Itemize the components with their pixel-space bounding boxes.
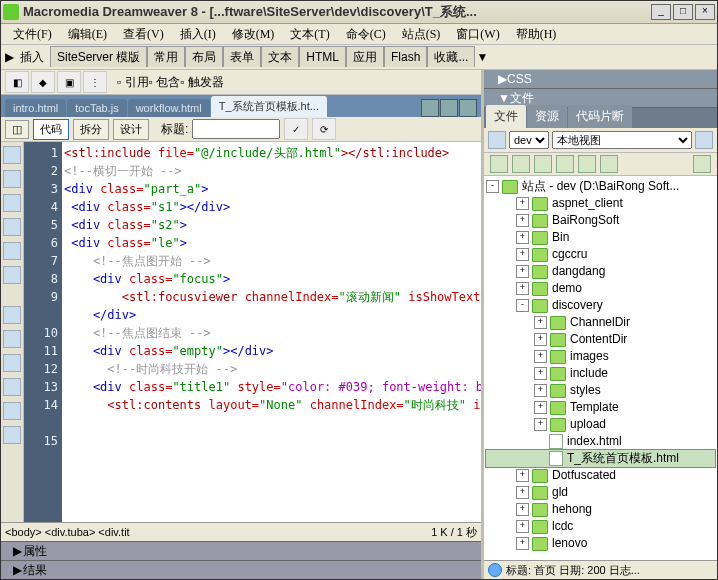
tree-folder[interactable]: -discovery: [486, 297, 715, 314]
checkout-icon[interactable]: [578, 155, 596, 173]
tree-folder[interactable]: +lcdc: [486, 518, 715, 535]
tree-folder[interactable]: +gld: [486, 484, 715, 501]
code-tool-icon[interactable]: [3, 378, 21, 396]
menu-item[interactable]: 窗口(W): [448, 24, 507, 45]
view-design-button[interactable]: 设计: [113, 119, 149, 140]
tool-icon[interactable]: ⋮: [83, 71, 107, 93]
tree-folder[interactable]: +demo: [486, 280, 715, 297]
tab-nav-button[interactable]: [440, 99, 458, 117]
title-label: 标题:: [161, 121, 188, 138]
expand-icon[interactable]: [693, 155, 711, 173]
menu-item[interactable]: 站点(S): [394, 24, 449, 45]
code-tool-icon[interactable]: [3, 194, 21, 212]
tree-folder[interactable]: +hehong: [486, 501, 715, 518]
menu-item[interactable]: 文本(T): [282, 24, 337, 45]
code-tool-icon[interactable]: [3, 426, 21, 444]
tag-path[interactable]: <body> <div.tuba> <div.tit: [5, 526, 130, 538]
connect-icon[interactable]: [490, 155, 508, 173]
refresh-icon[interactable]: [512, 155, 530, 173]
tab-nav-button[interactable]: [421, 99, 439, 117]
properties-panel-header[interactable]: ▶ 属性: [1, 541, 481, 560]
insert-tab[interactable]: 表单: [223, 46, 261, 67]
insert-tab[interactable]: 文本: [261, 46, 299, 67]
insert-tab[interactable]: 常用: [147, 46, 185, 67]
checkin-icon[interactable]: [600, 155, 618, 173]
files-tab[interactable]: 代码片断: [568, 105, 632, 128]
menu-item[interactable]: 文件(F): [5, 24, 60, 45]
tree-folder[interactable]: +images: [486, 348, 715, 365]
line-gutter: 123456789 1011121314 15: [24, 142, 62, 522]
menu-item[interactable]: 插入(I): [172, 24, 224, 45]
insert-tab[interactable]: HTML: [299, 46, 346, 67]
results-panel-header[interactable]: ▶ 结果: [1, 560, 481, 579]
view-code-button[interactable]: 代码: [33, 119, 69, 140]
tree-folder[interactable]: +ContentDir: [486, 331, 715, 348]
code-tool-icon[interactable]: [3, 170, 21, 188]
css-panel-header[interactable]: ▶ CSS: [484, 70, 717, 89]
refresh-icon[interactable]: [695, 131, 713, 149]
insert-tab[interactable]: 收藏...: [427, 46, 475, 67]
insert-overflow[interactable]: ▼: [475, 50, 489, 64]
toolbar-item[interactable]: ▫ 引用: [117, 75, 149, 89]
menu-item[interactable]: 帮助(H): [508, 24, 565, 45]
tree-file[interactable]: T_系统首页模板.html: [486, 450, 715, 467]
tree-file[interactable]: index.html: [486, 433, 715, 450]
tree-folder[interactable]: +styles: [486, 382, 715, 399]
tree-folder[interactable]: +dangdang: [486, 263, 715, 280]
code-tool-icon[interactable]: [3, 402, 21, 420]
toolbar-icon[interactable]: ⟳: [312, 118, 336, 140]
get-icon[interactable]: [534, 155, 552, 173]
toolbar-item[interactable]: ▫ 包含: [149, 75, 181, 89]
title-input[interactable]: [192, 119, 280, 139]
menu-item[interactable]: 查看(V): [115, 24, 172, 45]
tool-icon[interactable]: ▣: [57, 71, 81, 93]
files-tab[interactable]: 资源: [527, 105, 567, 128]
tree-folder[interactable]: +include: [486, 365, 715, 382]
close-button[interactable]: ×: [695, 4, 715, 20]
menu-item[interactable]: 修改(M): [224, 24, 283, 45]
code-tool-icon[interactable]: [3, 218, 21, 236]
tree-folder[interactable]: +BaiRongSoft: [486, 212, 715, 229]
tree-folder[interactable]: +cgccru: [486, 246, 715, 263]
view-select[interactable]: 本地视图: [552, 131, 692, 149]
tree-folder[interactable]: +ChannelDir: [486, 314, 715, 331]
tree-folder[interactable]: +Template: [486, 399, 715, 416]
restore-button[interactable]: □: [673, 4, 693, 20]
insert-tab[interactable]: Flash: [384, 46, 427, 67]
menu-item[interactable]: 编辑(E): [60, 24, 115, 45]
view-code-icon[interactable]: ◫: [5, 120, 29, 139]
tree-folder[interactable]: +Bin: [486, 229, 715, 246]
code-editor[interactable]: <stl:include file="@/include/头部.html"></…: [62, 142, 481, 522]
code-tool-icon[interactable]: [3, 354, 21, 372]
insert-tab[interactable]: SiteServer 模版: [50, 46, 147, 67]
files-tab[interactable]: 文件: [486, 105, 526, 128]
view-toolbar: ◫ 代码 拆分 设计 标题: ✓ ⟳: [1, 117, 481, 142]
tree-folder[interactable]: +Dotfuscated: [486, 467, 715, 484]
tree-folder[interactable]: +upload: [486, 416, 715, 433]
tree-folder[interactable]: +lenovo: [486, 535, 715, 552]
tree-root[interactable]: -站点 - dev (D:\BaiRong Soft...: [486, 178, 715, 195]
code-tool-icon[interactable]: [3, 242, 21, 260]
menu-item[interactable]: 命令(C): [338, 24, 394, 45]
document-tab[interactable]: intro.html: [5, 99, 66, 117]
insert-arrow[interactable]: ▶: [5, 50, 14, 64]
toolbar-icon[interactable]: ✓: [284, 118, 308, 140]
code-tool-icon[interactable]: [3, 330, 21, 348]
tab-close-button[interactable]: [459, 99, 477, 117]
document-tab[interactable]: T_系统首页模板.ht...: [211, 96, 327, 117]
document-tab[interactable]: tocTab.js: [67, 99, 126, 117]
insert-tab[interactable]: 布局: [185, 46, 223, 67]
view-split-button[interactable]: 拆分: [73, 119, 109, 140]
tree-folder[interactable]: +aspnet_client: [486, 195, 715, 212]
code-tool-icon[interactable]: [3, 266, 21, 284]
minimize-button[interactable]: _: [651, 4, 671, 20]
code-tool-icon[interactable]: [3, 306, 21, 324]
site-select[interactable]: dev: [509, 131, 549, 149]
toolbar-item[interactable]: ▫ 触发器: [180, 75, 224, 89]
tool-icon[interactable]: ◧: [5, 71, 29, 93]
put-icon[interactable]: [556, 155, 574, 173]
tool-icon[interactable]: ◆: [31, 71, 55, 93]
insert-tab[interactable]: 应用: [346, 46, 384, 67]
code-tool-icon[interactable]: [3, 146, 21, 164]
document-tab[interactable]: workflow.html: [128, 99, 210, 117]
